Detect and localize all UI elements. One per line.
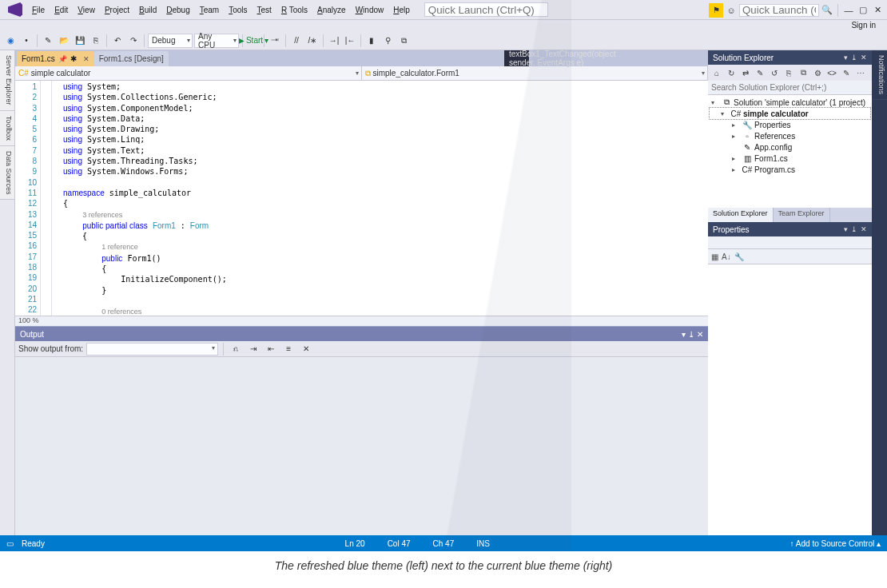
find-icon[interactable]: ⚲ (380, 34, 395, 48)
se-tool-icon-2[interactable]: ⇄ (739, 66, 752, 79)
code-editor[interactable]: 1234567891011121314151617181920212223242… (15, 81, 708, 316)
panel-tab-solution-explorer[interactable]: Solution Explorer (708, 208, 774, 222)
save-icon[interactable]: 💾 (73, 34, 87, 48)
menu-view[interactable]: View (73, 3, 100, 17)
menu-window[interactable]: Window (351, 3, 389, 17)
bookmark-icon[interactable]: ▮ (364, 34, 379, 48)
quick-launch-input-right[interactable] (739, 4, 819, 17)
nav-member-combo[interactable]: ⧉simple_calculator.Form1 (362, 66, 709, 80)
menu-analyze[interactable]: Analyze (312, 3, 351, 17)
output-pin-icon[interactable]: ⤓ (688, 330, 694, 339)
status-ready: Ready (22, 539, 45, 548)
solution-search-input[interactable] (708, 81, 872, 94)
solution-tree[interactable]: ▾⧉Solution 'simple calculator' (1 projec… (708, 95, 872, 208)
tree-node[interactable]: ▸▫References (710, 130, 870, 141)
open-icon[interactable]: 📂 (57, 34, 71, 48)
props-tool-icon-0[interactable]: ▦ (711, 252, 718, 261)
minimize-icon[interactable]: — (842, 4, 855, 17)
back-icon[interactable]: ◉ (3, 34, 18, 48)
output-dropdown-icon[interactable]: ▾ (682, 330, 686, 339)
se-pin-icon[interactable]: ⤓ (851, 54, 857, 62)
dock-tab-notifications[interactable]: Notifications (872, 50, 887, 100)
output-tool-icon-1[interactable]: ⇥ (246, 342, 261, 356)
fold-gutter[interactable] (41, 81, 52, 316)
undo-icon[interactable]: ↶ (110, 34, 125, 48)
menu-test[interactable]: Test (253, 3, 276, 17)
se-tool-icon-10[interactable]: ⋯ (854, 66, 867, 79)
main-toolbar: ◉ • ✎ 📂 💾 ⎘ ↶ ↷ Debug Any CPU ▶ Start ▾ … (0, 31, 887, 50)
output-tool-icon-4[interactable]: ✕ (299, 342, 313, 356)
menu-team[interactable]: Team (195, 3, 224, 17)
notification-flag-icon[interactable]: ⚑ (709, 3, 723, 18)
output-body[interactable] (15, 357, 708, 535)
menu-r-tools[interactable]: R Tools (276, 3, 312, 17)
props-dropdown-icon[interactable]: ▾ (844, 225, 848, 233)
se-close-icon[interactable]: ✕ (861, 54, 867, 62)
status-ch: Ch 47 (433, 539, 455, 548)
close-tab-icon[interactable]: ✕ (83, 55, 89, 63)
forward-icon[interactable]: • (19, 34, 34, 48)
comment-icon[interactable]: // (289, 34, 304, 48)
feedback-icon[interactable]: ☺ (725, 4, 738, 17)
close-icon[interactable]: ✕ (871, 4, 884, 17)
se-tool-icon-4[interactable]: ↺ (768, 66, 781, 79)
output-close-icon[interactable]: ✕ (697, 330, 703, 339)
se-tool-icon-0[interactable]: ⌂ (710, 66, 723, 79)
props-tool-icon-1[interactable]: A↓ (722, 252, 731, 261)
platform-combo[interactable]: Any CPU (194, 34, 239, 48)
dock-tab-server-explorer[interactable]: Server Explorer (0, 50, 14, 111)
output-source-combo[interactable] (86, 343, 218, 356)
tree-node[interactable]: ✎App.config (710, 141, 870, 153)
tree-node[interactable]: ▾C#simple calculator (710, 108, 870, 119)
start-button[interactable]: ▶ Start ▾ (246, 34, 261, 48)
se-tool-icon-8[interactable]: <> (825, 66, 838, 79)
step-icon[interactable]: ⭲ (268, 34, 282, 48)
new-icon[interactable]: ✎ (41, 34, 55, 48)
menu-file[interactable]: File (27, 3, 50, 17)
search-icon[interactable]: 🔍 (821, 4, 833, 17)
se-tool-icon-9[interactable]: ✎ (840, 66, 853, 79)
output-tool-icon-3[interactable]: ≡ (281, 342, 296, 356)
props-pin-icon[interactable]: ⤓ (851, 225, 857, 233)
quick-launch-input[interactable] (424, 2, 548, 17)
tree-icon: 🔧 (742, 120, 752, 129)
tree-node[interactable]: ▸C#Program.cs (710, 164, 870, 175)
se-dropdown-icon[interactable]: ▾ (844, 54, 848, 62)
pin-icon[interactable]: 📌 (58, 55, 67, 63)
props-close-icon[interactable]: ✕ (861, 225, 867, 233)
add-source-control[interactable]: ↑ Add to Source Control ▴ (790, 539, 881, 548)
tab-form1-cs[interactable]: Form1.cs📌✱✕ (17, 51, 94, 66)
se-tool-icon-6[interactable]: ⧉ (797, 66, 809, 79)
save-all-icon[interactable]: ⎘ (89, 34, 103, 48)
menu-project[interactable]: Project (100, 3, 134, 17)
properties-body[interactable] (708, 264, 872, 535)
uncomment-icon[interactable]: /∗ (305, 34, 320, 48)
menu-debug[interactable]: Debug (161, 3, 194, 17)
tree-node[interactable]: ▸🔧Properties (710, 119, 870, 130)
props-tool-icon-2[interactable]: 🔧 (734, 252, 744, 261)
tree-node[interactable]: ▾⧉Solution 'simple calculator' (1 projec… (710, 97, 870, 108)
toggle-icon[interactable]: ⧉ (396, 34, 411, 48)
output-tool-icon-2[interactable]: ⇤ (264, 342, 278, 356)
output-tool-icon-0[interactable]: ⎌ (229, 342, 243, 356)
nav-scope-combo[interactable]: C#simple calculator (15, 66, 362, 80)
panel-tab-team-explorer[interactable]: Team Explorer (774, 208, 830, 222)
menu-help[interactable]: Help (388, 3, 415, 17)
menu-build[interactable]: Build (134, 3, 161, 17)
se-tool-icon-1[interactable]: ↻ (725, 66, 738, 79)
se-tool-icon-5[interactable]: ⎘ (782, 66, 795, 79)
redo-icon[interactable]: ↷ (126, 34, 141, 48)
tab-form1-design[interactable]: Form1.cs [Design] (94, 51, 169, 66)
outdent-icon[interactable]: |← (343, 34, 357, 48)
sign-in-link[interactable]: Sign in (846, 20, 881, 31)
menu-edit[interactable]: Edit (50, 3, 73, 17)
dock-tab-toolbox[interactable]: Toolbox (0, 111, 14, 146)
tree-node[interactable]: ▸▥Form1.cs (710, 153, 870, 164)
config-combo[interactable]: Debug (148, 34, 193, 48)
dock-tab-data-sources[interactable]: Data Sources (0, 146, 14, 201)
indent-icon[interactable]: →| (327, 34, 341, 48)
maximize-icon[interactable]: ▢ (857, 4, 869, 17)
se-tool-icon-7[interactable]: ⚙ (811, 66, 824, 79)
menu-tools[interactable]: Tools (224, 3, 252, 17)
se-tool-icon-3[interactable]: ✎ (754, 66, 766, 79)
